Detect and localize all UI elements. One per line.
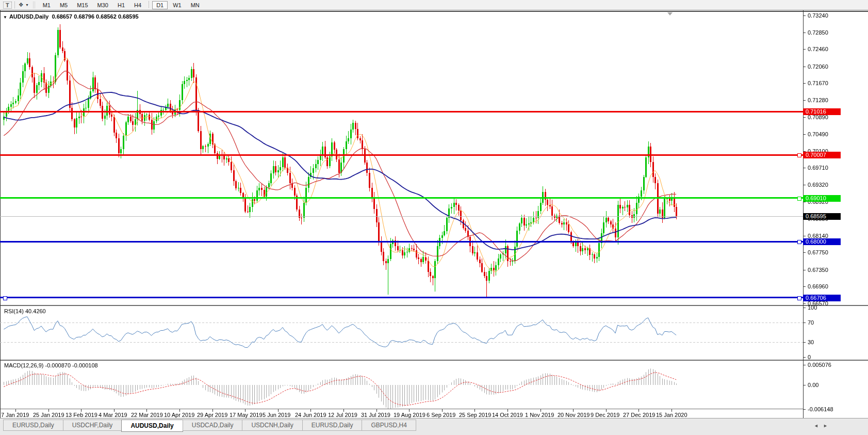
trendline-resistance-2[interactable]	[0, 154, 803, 156]
macd-axis-label: -0.006148	[808, 406, 833, 412]
date-axis-label: 4 Mar 2019	[99, 412, 127, 418]
price-axis-label: 0.69320	[808, 182, 828, 188]
date-axis-label: 7 Jan 2019	[1, 412, 29, 418]
price-axis-label: 0.72060	[808, 63, 828, 70]
price-axis-label: 0.68140	[808, 233, 828, 239]
price-axis-label: 0.67750	[808, 249, 828, 255]
price-axis-label: 0.73240	[808, 12, 828, 19]
price-level-chip: 0.69010	[803, 195, 841, 202]
trendline-support-blue-1[interactable]	[0, 241, 803, 243]
macd-axis-label: 0.00	[808, 382, 818, 388]
price-level-chip: 0.68000	[803, 238, 841, 245]
current-price-line	[0, 216, 803, 217]
rsi-axis-label: 70	[808, 319, 814, 326]
chart-tab-eurusd-daily[interactable]: EURUSD,Daily	[302, 420, 363, 431]
macd-values: -0.000870 -0.000108	[45, 362, 97, 368]
date-axis-label: 1 Nov 2019	[525, 412, 554, 418]
price-axis-label: 0.71280	[808, 97, 828, 103]
trendline-handle[interactable]	[797, 153, 801, 157]
macd-axis-label: 0.005076	[808, 362, 831, 368]
price-axis-label: 0.70490	[808, 131, 828, 137]
trendline-support-green[interactable]	[0, 197, 803, 199]
date-axis-label: 29 Apr 2019	[197, 412, 227, 418]
rsi-axis-label: 100	[808, 304, 817, 311]
price-chart-canvas[interactable]	[0, 0, 868, 435]
current-price-chip: 0.68595	[803, 213, 841, 220]
chart-ohlc-values: 0.68657 0.68796 0.68562 0.68595	[52, 13, 138, 20]
price-axis-label: 0.69710	[808, 165, 828, 171]
rsi-header: RSI(14) 40.4260	[4, 308, 46, 314]
trendline-handle[interactable]	[797, 240, 801, 244]
trendline-handle[interactable]	[3, 296, 7, 300]
rsi-axis-label: 0	[808, 354, 811, 360]
macd-header: MACD(12,26,9) -0.000870 -0.000108	[4, 362, 98, 368]
price-axis-label: 0.72850	[808, 29, 828, 36]
date-axis-label: 10 Apr 2019	[164, 412, 194, 418]
price-axis-label: 0.67350	[808, 267, 828, 273]
date-axis-label: 24 Jun 2019	[295, 412, 326, 418]
tab-scroll-left-icon[interactable]: ◄	[814, 423, 823, 428]
rsi-axis-label: 30	[808, 339, 814, 345]
tab-scroll-arrows: ◄►	[814, 423, 832, 428]
price-level-chip: 0.66706	[803, 295, 841, 301]
date-axis-label: 22 Mar 2019	[131, 412, 163, 418]
chart-dropdown-icon[interactable]: ▼	[3, 15, 7, 20]
date-axis-label: 20 Nov 2019	[558, 412, 589, 418]
chart-shift-marker[interactable]	[667, 12, 673, 15]
trendline-support-blue-2[interactable]	[0, 297, 803, 298]
price-axis-label: 0.71670	[808, 80, 828, 86]
rsi-value: 40.4260	[25, 308, 46, 314]
date-axis-label: 5 Jun 2019	[263, 412, 290, 418]
chart-tab-usdcnh-daily[interactable]: USDCNH,Daily	[242, 420, 302, 431]
chart-symbol-label: AUDUSD,Daily	[9, 13, 48, 20]
chart-tab-usdcad-daily[interactable]: USDCAD,Daily	[183, 420, 243, 431]
date-axis-label: 13 Feb 2019	[65, 412, 97, 418]
trendline-resistance-1[interactable]	[0, 111, 803, 112]
date-axis-label: 27 Dec 2019	[623, 412, 655, 418]
macd-label: MACD(12,26,9)	[4, 362, 43, 368]
price-level-chip: 0.71016	[803, 108, 841, 115]
date-axis-label: 25 Sep 2019	[459, 412, 491, 418]
date-axis-label: 6 Sep 2019	[427, 412, 455, 418]
trendline-handle[interactable]	[797, 296, 801, 300]
trendline-handle[interactable]	[797, 197, 801, 201]
chart-title: ▼AUDUSD,Daily 0.68657 0.68796 0.68562 0.…	[3, 13, 139, 20]
tab-scroll-right-icon[interactable]: ►	[823, 423, 832, 428]
chart-tab-eurusd-daily[interactable]: EURUSD,Daily	[3, 420, 63, 431]
date-axis-label: 9 Dec 2019	[591, 412, 619, 418]
price-axis-label: 0.66960	[808, 283, 828, 289]
date-axis-label: 12 Jul 2019	[328, 412, 357, 418]
date-axis-label: 25 Jan 2019	[33, 412, 64, 418]
date-axis-label: 14 Oct 2019	[492, 412, 523, 418]
chart-tab-bar: EURUSD,DailyUSDCHF,DailyAUDUSD,DailyUSDC…	[0, 418, 868, 435]
price-axis-label: 0.72460	[808, 46, 828, 52]
mt4-terminal-window: { "toolbar": { "text_tool_label": "T", "…	[0, 0, 868, 435]
chart-tab-usdchf-daily[interactable]: USDCHF,Daily	[63, 420, 122, 431]
rsi-label: RSI(14)	[4, 308, 24, 314]
chart-tab-audusd-daily[interactable]: AUDUSD,Daily	[121, 420, 183, 432]
price-level-chip: 0.70007	[803, 152, 841, 158]
date-axis-label: 31 Jul 2019	[361, 412, 390, 418]
date-axis-label: 17 May 2019	[230, 412, 263, 418]
chart-tab-gbpusd-h4[interactable]: GBPUSD,H4	[362, 420, 416, 431]
date-axis-label: 19 Aug 2019	[394, 412, 425, 418]
date-axis-label: 15 Jan 2020	[656, 412, 687, 418]
